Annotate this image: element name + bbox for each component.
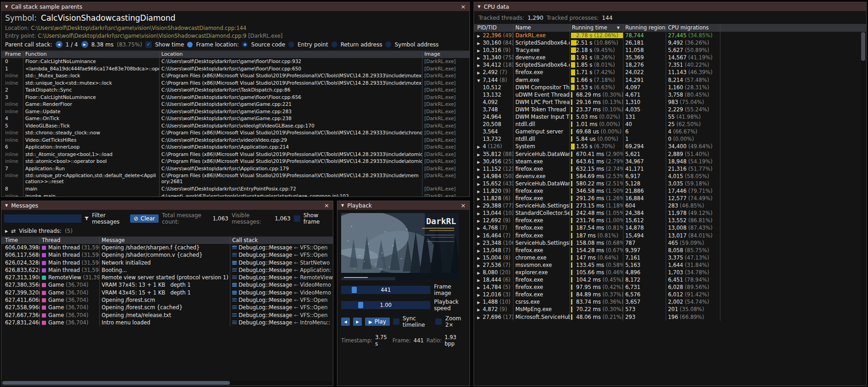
frame-image-slider[interactable]: 441 bbox=[341, 286, 430, 294]
expand-icon[interactable]: ▶ bbox=[477, 210, 483, 217]
cpu-row[interactable]: ▶30,160 (84)ScriptedSandbox64.exe2.51 s … bbox=[474, 39, 866, 46]
cpu-row[interactable]: ▶4,872 (9)MsMpEng.exe70.22 ms (0.30%)573… bbox=[474, 306, 866, 313]
cpu-row[interactable]: 4,092DWM LPC Port Thread29.16 ms (0.13%)… bbox=[474, 98, 866, 106]
expand-icon[interactable]: ▶ bbox=[477, 144, 483, 150]
callstack-row[interactable]: inlineGame::RenderFloorC:\Users\wolf\Des… bbox=[1, 101, 469, 108]
expand-icon[interactable]: ▼ bbox=[477, 77, 483, 84]
cpu-row[interactable]: ▶1,488 (10)csrss.exe83.74 ms (0.36%)3,65… bbox=[474, 298, 866, 306]
callstack-row[interactable]: inlinestd::unique_lock<std::mutex>::lock… bbox=[1, 80, 469, 87]
cpu-row[interactable]: ▶2,492 (7)firefox.exe1.71 s (7.42%)24,02… bbox=[474, 69, 866, 76]
cpu-row[interactable]: ▶12,016 (3)firefox.exe84.89 ms (0.37%)6,… bbox=[474, 291, 866, 298]
callstack-row[interactable]: 3Floor::CalcLightNoLuminanceC:\Users\wol… bbox=[1, 94, 469, 101]
expand-icon[interactable]: ▶ bbox=[477, 55, 483, 61]
clear-button[interactable]: ⊘ Clear bbox=[130, 214, 159, 223]
expand-icon[interactable]: ▶ bbox=[477, 299, 483, 306]
collapse-icon[interactable]: ▼ bbox=[341, 203, 344, 208]
cpu-row[interactable]: ▶35,812 (88)ServiceHub.DataWarehou670.41… bbox=[474, 150, 866, 158]
callstack-row[interactable]: inlinestd::unique_ptr<Application,std::d… bbox=[1, 172, 469, 185]
expand-icon[interactable]: ▶ bbox=[477, 248, 483, 254]
close-icon[interactable]: × bbox=[461, 3, 466, 10]
close-icon[interactable]: × bbox=[461, 202, 466, 209]
callstack-row[interactable]: 8mainC:\Users\wolf\Desktop\darkrl\src\En… bbox=[1, 185, 469, 193]
sync-timeline-checkbox[interactable] bbox=[393, 318, 400, 325]
column-header-location[interactable]: Location bbox=[160, 51, 423, 58]
callstack-row[interactable]: inlineVideo::GetTicksHiResC:\Users\wolf\… bbox=[1, 137, 469, 144]
step-forward-button[interactable]: ▶ bbox=[353, 318, 362, 326]
callstack-row[interactable]: inlinestd::atomic<bool>::operator boolC:… bbox=[1, 158, 469, 165]
play-button[interactable]: ▶ Play bbox=[365, 318, 390, 326]
column-header-callstack[interactable]: Call stack bbox=[230, 237, 333, 244]
expand-icon[interactable]: ▶ bbox=[477, 69, 483, 76]
message-row[interactable]: 627,558,996nsGame (36,704)Opening /fores… bbox=[1, 304, 333, 311]
prev-parent-button[interactable]: ◀ bbox=[56, 41, 63, 48]
cpu-row[interactable]: ▶27,696 (17)Microsoft.ServiceHub.Co48.06… bbox=[474, 313, 866, 321]
expand-icon[interactable]: ▶ bbox=[477, 270, 483, 276]
callstack-row[interactable]: inlineinvoke_maind:\agent\_work\63\s\src… bbox=[1, 193, 469, 197]
expand-icon[interactable]: ▶ bbox=[477, 62, 483, 69]
message-row[interactable]: 626,024,328nsMain thread (31,596)Network… bbox=[1, 259, 333, 266]
expand-icon[interactable]: ▶ bbox=[477, 233, 483, 239]
show-frame-checkbox[interactable] bbox=[294, 215, 300, 222]
next-parent-button[interactable]: ▶ bbox=[81, 41, 88, 48]
cpu-row[interactable]: 10,512DWM Compositor Thread1.53 s (6.63%… bbox=[474, 84, 866, 91]
column-header-frame[interactable]: Frame bbox=[1, 51, 23, 58]
cpu-row[interactable]: ▶30,456 (25)steam.exe643.61 ms (2.79%)34… bbox=[474, 158, 866, 165]
cpu-row[interactable]: ▼7,144 (8)dwm.exe1.66 s (7.18%)14,2918,2… bbox=[474, 76, 866, 84]
cpu-row[interactable]: 13,732ntdll.dll5.84 us (0.00%)10 (0.00%) bbox=[474, 135, 866, 143]
cpu-vertical-scrollbar[interactable] bbox=[861, 32, 865, 385]
cpu-row[interactable]: ▶13,048 (7)firefox.exe154.28 ms (0.67%)9… bbox=[474, 247, 866, 254]
callstack-row[interactable]: 7Application::RunC:\Users\wolf\Desktop\d… bbox=[1, 165, 469, 173]
callstack-row[interactable]: inlinestd::_Atomic_storage<bool,1>::load… bbox=[1, 151, 469, 158]
column-header-pid-tid[interactable]: PID/TID bbox=[474, 24, 514, 32]
message-row[interactable]: 627,399,320nsGame (36,704)VRAM 43x45: 15… bbox=[1, 289, 333, 296]
cpu-row[interactable]: ▶16,464 (7)firefox.exe187 ms (0.81%)15,4… bbox=[474, 232, 866, 239]
cpu-row[interactable]: ▶11,828 (6)firefox.exe291.26 ms (1.26%)1… bbox=[474, 195, 866, 202]
cpu-row[interactable]: 20,508ntdll.dll1.01 ms (0.00%)4025 (62.5… bbox=[474, 121, 866, 128]
cpu-row[interactable]: 24,964DWM Master Input Thread5.03 ms (0.… bbox=[474, 113, 866, 121]
expand-icon[interactable]: ▶ bbox=[477, 151, 483, 158]
column-header-image[interactable]: Image bbox=[423, 51, 469, 58]
cpu-row[interactable]: 13,132uDWM Event Thread68.29 ms (0.30%)4… bbox=[474, 91, 866, 98]
collapse-icon[interactable]: ▼ bbox=[5, 5, 8, 9]
cpu-row[interactable]: ▶8,080 (20)explorer.exe105.66 ms (0.46%)… bbox=[474, 269, 866, 276]
expand-threads-icon[interactable]: ▶ bbox=[5, 229, 8, 233]
callstack-row[interactable]: 1<lambda_84a19dc444fae966ca174e83e708bdc… bbox=[1, 65, 469, 73]
cpu-row[interactable]: 3,564GameInput server69.68 us (0.00%)64 … bbox=[474, 128, 866, 135]
expand-icon[interactable]: ▶ bbox=[477, 47, 483, 54]
expand-icon[interactable]: ▶ bbox=[477, 159, 483, 165]
expand-icon[interactable]: ▶ bbox=[477, 218, 483, 224]
column-header-running-regions[interactable]: Running regions bbox=[623, 24, 666, 32]
cpu-row[interactable]: ▶4,768 (7)firefox.exe187.54 ms (0.81%)14… bbox=[474, 224, 866, 231]
expand-icon[interactable]: ▶ bbox=[477, 292, 483, 298]
radio-return-address[interactable] bbox=[331, 41, 337, 47]
callstack-row[interactable]: 2TaskDispatch::SyncC:\Users\wolf\Desktop… bbox=[1, 87, 469, 94]
messages-titlebar[interactable]: ▼ Messages × bbox=[1, 201, 333, 210]
column-header-name[interactable]: Name bbox=[514, 24, 570, 32]
expand-icon[interactable]: ▶ bbox=[477, 181, 483, 187]
playback-speed-slider[interactable]: 1.00 bbox=[341, 301, 430, 309]
cpu-row[interactable]: ▶23,348 (106)ServiceHub.SettingsHost158.… bbox=[474, 239, 866, 247]
message-row[interactable]: 627,411,606nsGame (36,704)Opening /fores… bbox=[1, 296, 333, 304]
expand-icon[interactable]: ▶ bbox=[477, 33, 483, 39]
callstack-row[interactable]: 6Application::InnerLoopC:\Users\wolf\Des… bbox=[1, 144, 469, 151]
expand-icon[interactable]: ▶ bbox=[477, 188, 483, 195]
cpu-row[interactable]: ▶11,152 (12)firefox.exe632.15 ms (2.74%)… bbox=[474, 165, 866, 173]
cpu-row[interactable]: ▶10,316 (9)Tracy.exe2.18 s (9.45%)11,058… bbox=[474, 46, 866, 54]
filter-input[interactable] bbox=[4, 214, 81, 223]
cpu-row[interactable]: ▶34,412 (18)ScriptedSandbox64.exe1.85 s … bbox=[474, 61, 866, 69]
zoom-2x-checkbox[interactable] bbox=[435, 318, 442, 325]
radio-entry-point[interactable] bbox=[288, 41, 294, 47]
cpu-row[interactable]: ▶11,820 (9)firefox.exe346.58 ms (1.50%)2… bbox=[474, 187, 866, 195]
playback-titlebar[interactable]: ▼ Playback × bbox=[337, 201, 469, 210]
cpu-row[interactable]: ▶4 (126)System1.55 s (6.70%)69,29434,400… bbox=[474, 143, 866, 150]
callstack-titlebar[interactable]: ▼ Call stack sample parents × bbox=[1, 2, 469, 11]
message-row[interactable]: 606,049,398nsMain thread (31,596)Opening… bbox=[1, 244, 333, 251]
expand-icon[interactable]: ▶ bbox=[477, 277, 483, 283]
expand-icon[interactable]: ▶ bbox=[477, 306, 483, 313]
callstack-row[interactable]: inlinestd::chrono::steady_clock::nowC:\P… bbox=[1, 129, 469, 137]
column-header-cpu-migrations[interactable]: CPU migrations bbox=[666, 24, 720, 32]
cpu-row[interactable]: ▶14,784 (5)firefox.exe97.95 ms (0.42%)6,… bbox=[474, 283, 866, 291]
cpu-row[interactable]: ▶22,396 (49)DarkRL.exe2.78 s (12.06%)78,… bbox=[474, 32, 866, 39]
column-header-running-time[interactable]: ▼Running time bbox=[570, 24, 623, 32]
cpu-row[interactable]: ▶27,536 (7)msvsmon.exe133.45 ms (0.58%)5… bbox=[474, 261, 866, 269]
